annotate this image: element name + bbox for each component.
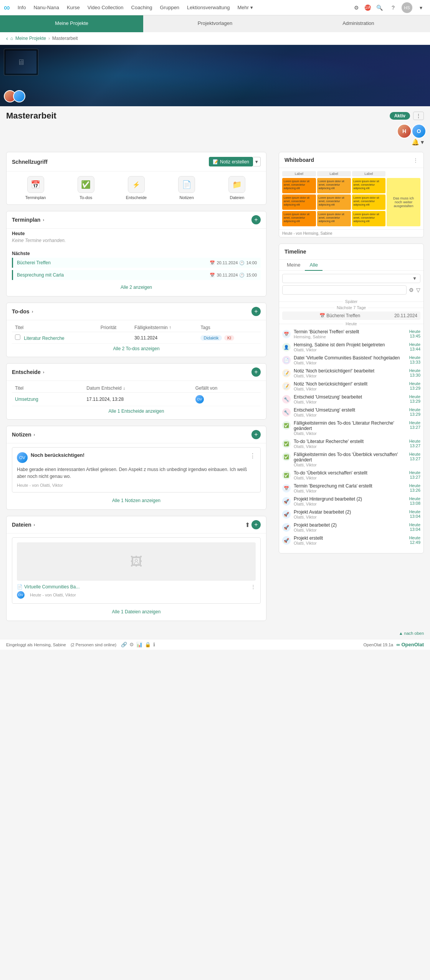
- tab-meine-projekte[interactable]: Meine Projekte: [0, 15, 143, 32]
- wb-card-4[interactable]: Lorem ipsum dolor sit amet, consectetur …: [282, 194, 316, 210]
- notizen-add-button[interactable]: +: [251, 430, 261, 439]
- back-btn[interactable]: ‹: [6, 35, 8, 41]
- quick-dateien[interactable]: 📁 Dateien: [213, 176, 261, 200]
- file-name-link[interactable]: Virtuelle Communities Ba...: [24, 584, 80, 590]
- quick-terminplan[interactable]: 📅 Terminplan: [12, 176, 59, 200]
- tag-didaktik[interactable]: Didaktik: [200, 335, 222, 341]
- todos-icon: ✅: [78, 176, 94, 193]
- entscheide-add-button[interactable]: +: [251, 367, 261, 377]
- version-text: OpenOlat 19.1a: [364, 642, 394, 647]
- whiteboard-options-button[interactable]: ⋮: [413, 157, 418, 163]
- tab-administration[interactable]: Administration: [287, 15, 430, 32]
- user-menu-chevron[interactable]: ▾: [415, 2, 426, 13]
- wb-card-3[interactable]: Lorem ipsum dolor sit amet, consectetur …: [352, 178, 386, 193]
- nav-gruppen[interactable]: Gruppen: [157, 5, 183, 10]
- notiz-dropdown-button[interactable]: ▾: [253, 157, 261, 166]
- nav-info[interactable]: Info: [15, 5, 29, 10]
- notiz-erstellen-button[interactable]: 📝 Notiz erstellen: [209, 157, 253, 166]
- dateien-section-title[interactable]: Dateien ›: [12, 522, 35, 528]
- todo-title-link[interactable]: Literatur Recherche: [24, 336, 64, 341]
- wb-card-7[interactable]: Lorem ipsum dolor sit amet, consectetur …: [282, 211, 316, 226]
- quick-notizen[interactable]: 📄 Notizen: [163, 176, 210, 200]
- wb-card-5[interactable]: Lorem ipsum dolor sit amet, consectetur …: [317, 194, 351, 210]
- appointment-2-title[interactable]: Besprechung mit Carla: [17, 272, 64, 278]
- upload-button[interactable]: ⬆: [245, 521, 250, 529]
- nav-nanu-nana[interactable]: Nanu-Nana: [30, 5, 62, 10]
- settings-icon-btn[interactable]: ⚙: [351, 2, 362, 13]
- note-options-button[interactable]: ⋮: [250, 452, 256, 460]
- footer-right: OpenOlat 19.1a ∞ OpenOlat: [364, 642, 424, 647]
- entscheide-icon: ⚡: [128, 176, 145, 193]
- entscheide-section-title[interactable]: Entscheide ›: [12, 369, 44, 375]
- tag-ki[interactable]: KI: [224, 335, 234, 341]
- tl-title-14: Projekt bearbeitet (2): [294, 522, 406, 528]
- page-title-row: Masterarbeit Aktiv ⋮: [0, 106, 430, 121]
- status-badge: Aktiv: [390, 112, 410, 120]
- breadcrumb-meine-projekte[interactable]: Meine Projekte: [15, 36, 46, 41]
- tl-title-6: Entscheid 'Umsetzung' erstellt: [294, 407, 406, 413]
- todos-add-button[interactable]: +: [251, 307, 261, 316]
- timeline-filter-btn[interactable]: ▽: [416, 287, 420, 293]
- tl-item-13: 🚀 Projekt Avatar bearbeitet (2) Olatti, …: [279, 508, 423, 521]
- notification-badge: 1/A: [365, 5, 371, 11]
- nav-video-collection[interactable]: Video Collection: [84, 5, 127, 10]
- todos-show-all[interactable]: Alle 2 To-dos anzeigen: [12, 344, 261, 354]
- todo-checkbox[interactable]: [15, 334, 20, 340]
- todos-section-title[interactable]: To-dos ›: [12, 308, 33, 315]
- tl-time-9: 13:27: [410, 456, 420, 461]
- entscheide-col-date[interactable]: Datum Entscheid ↓: [83, 384, 192, 393]
- terminplan-show-all[interactable]: Alle 2 anzeigen: [12, 282, 261, 292]
- user-avatar[interactable]: HS: [402, 2, 412, 13]
- timeline-settings-btn[interactable]: ⚙: [409, 287, 414, 293]
- tl-time-label-1: Heute: [409, 342, 420, 347]
- timeline-search-input[interactable]: [282, 285, 407, 295]
- dateien-add-button[interactable]: +: [251, 520, 261, 529]
- more-options-button[interactable]: ⋮: [413, 112, 424, 120]
- appointment-1-title[interactable]: Bücherei Treffen: [17, 260, 51, 265]
- tl-time-label-8: Heute: [409, 439, 420, 443]
- terminplan-add-button[interactable]: +: [251, 215, 261, 224]
- footer-icon-2[interactable]: ⚙: [129, 642, 134, 647]
- tl-time-label-15: Heute: [409, 535, 420, 540]
- todo-col-due[interactable]: Fälligkeitstermin ↑: [131, 323, 197, 332]
- entscheid-title-link[interactable]: Umsetzung: [15, 397, 38, 402]
- wb-sticky-note[interactable]: Das muss ich noch weiter ausgestalten: [387, 178, 420, 226]
- wb-card-8[interactable]: Lorem ipsum dolor sit amet, consectetur …: [317, 211, 351, 226]
- footer-icon-1[interactable]: 🔗: [121, 642, 127, 647]
- footer-icon-4[interactable]: 🔒: [145, 642, 151, 647]
- wb-card-2[interactable]: Lorem ipsum dolor sit amet, consectetur …: [317, 178, 351, 193]
- timeline-tab-meine[interactable]: Meine: [282, 260, 305, 270]
- nav-kurse[interactable]: Kurse: [64, 5, 83, 10]
- tl-icon-calendar: 📅: [282, 330, 291, 338]
- timeline-dropdown[interactable]: ▼: [282, 274, 420, 283]
- quick-entscheide[interactable]: ⚡ Entscheide: [112, 176, 160, 200]
- notizen-section-title[interactable]: Notizen ›: [12, 432, 35, 438]
- quick-todos[interactable]: ✅ To-dos: [62, 176, 109, 200]
- footer-icon-3[interactable]: 📊: [136, 642, 142, 647]
- back-to-top-link[interactable]: ▲ nach oben: [399, 631, 424, 636]
- logged-in-text: Eingeloggt als Hemsing, Sabine: [6, 642, 66, 647]
- bell-button[interactable]: 🔔 ▾: [412, 138, 424, 146]
- search-icon-btn[interactable]: 🔍: [374, 2, 385, 13]
- tab-projektvorlagen[interactable]: Projektvorlagen: [143, 15, 286, 32]
- wb-card-1[interactable]: Lorem ipsum dolor sit amet, consectetur …: [282, 178, 316, 193]
- file-options-button[interactable]: ⋮: [251, 584, 256, 590]
- terminplan-section-title[interactable]: Terminplan ›: [12, 217, 44, 223]
- tl-time-label-11: Heute: [409, 483, 420, 488]
- notizen-show-all[interactable]: Alle 1 Notizen anzeigen: [12, 496, 261, 506]
- online-count-text: (2 Personen sind online): [71, 642, 116, 647]
- nav-lektionsverwaltung[interactable]: Lektionsverwaltung: [184, 5, 233, 10]
- upcoming-event-date: 20.11.2024: [394, 313, 417, 318]
- timeline-tab-alle[interactable]: Alle: [305, 260, 322, 271]
- dateien-show-all[interactable]: Alle 1 Dateien anzeigen: [12, 607, 261, 617]
- nav-mehr[interactable]: Mehr ▾: [234, 5, 256, 10]
- home-icon: ⌂: [10, 36, 13, 41]
- wb-card-9[interactable]: Lorem ipsum dolor sit amet, consectetur …: [352, 211, 386, 226]
- nav-coaching[interactable]: Coaching: [128, 5, 155, 10]
- openolat-logo-icon: ∞: [396, 642, 400, 647]
- footer-icon-5[interactable]: ℹ: [153, 642, 155, 647]
- help-icon-btn[interactable]: ?: [388, 2, 399, 13]
- todo-col-priority: Priorität: [98, 323, 131, 332]
- wb-card-6[interactable]: Lorem ipsum dolor sit amet, consectetur …: [352, 194, 386, 210]
- entscheide-show-all[interactable]: Alle 1 Entscheide anzeigen: [12, 406, 261, 416]
